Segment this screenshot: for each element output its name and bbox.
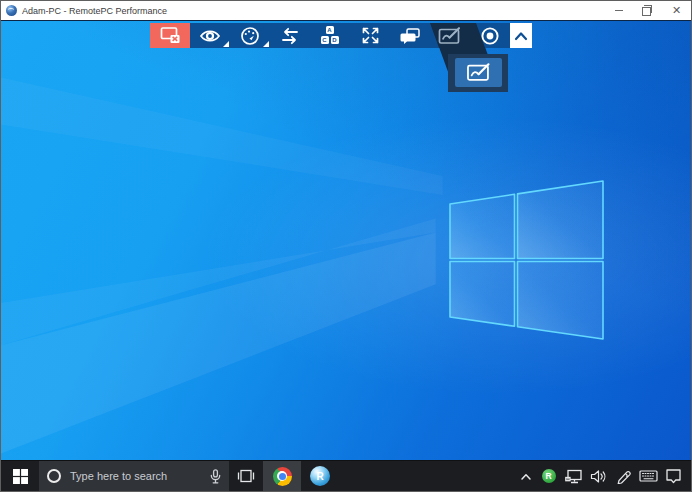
whiteboard-icon (438, 26, 462, 46)
taskbar-search-input[interactable]: Type here to search (39, 461, 229, 491)
volume-tray-icon[interactable] (586, 461, 611, 491)
session-toolbar: A C D (150, 23, 532, 48)
remote-taskbar: Type here to search (1, 460, 691, 491)
taskbar-app-remotepc[interactable]: R (301, 461, 339, 491)
restore-button[interactable] (633, 1, 662, 20)
task-view-button[interactable] (229, 461, 263, 491)
keyboard-icon (639, 469, 658, 483)
block-letter: A (326, 26, 334, 34)
cortana-icon (47, 469, 61, 483)
taskbar-app-chrome[interactable] (263, 461, 301, 491)
windows-start-icon (13, 469, 28, 484)
fullscreen-icon (361, 26, 380, 45)
whiteboard-pen-icon (466, 62, 492, 83)
chat-icon (400, 27, 421, 45)
search-placeholder: Type here to search (70, 470, 210, 482)
block-letter: D (331, 36, 339, 44)
chevron-up-icon (513, 30, 529, 42)
shortcut-blocks-icon: A C D (321, 26, 340, 45)
task-view-icon (237, 469, 255, 483)
remotepc-status-tray-icon[interactable]: R (536, 461, 561, 491)
remotepc-app-icon (6, 5, 17, 16)
close-button[interactable]: ✕ (662, 1, 691, 20)
windows-ink-tray-icon[interactable] (611, 461, 636, 491)
minimize-icon (615, 10, 623, 11)
whiteboard-button[interactable] (430, 23, 470, 48)
dropdown-caret-icon (223, 41, 229, 47)
record-icon (480, 26, 500, 46)
chevron-up-icon (520, 472, 532, 481)
action-center-button[interactable] (661, 461, 686, 491)
view-options-icon (199, 27, 221, 45)
record-button[interactable] (470, 23, 510, 48)
remotepc-icon: R (310, 466, 330, 486)
minimize-button[interactable] (604, 1, 633, 20)
volume-icon (590, 469, 607, 484)
chat-button[interactable] (390, 23, 430, 48)
microphone-icon[interactable] (210, 469, 221, 484)
titlebar: Adam-PC - RemotePC Performance ✕ (1, 1, 691, 20)
chrome-icon (273, 467, 292, 486)
remotepc-viewer-window: Adam-PC - RemotePC Performance ✕ (0, 0, 692, 492)
shortcut-blocks-button[interactable]: A C D (310, 23, 350, 48)
fullscreen-button[interactable] (350, 23, 390, 48)
touch-keyboard-tray-icon[interactable] (636, 461, 661, 491)
view-options-button[interactable] (190, 23, 230, 48)
dropdown-caret-icon (263, 41, 269, 47)
disconnect-session-button[interactable] (150, 23, 190, 48)
windows-logo-wallpaper (441, 172, 611, 347)
whiteboard-pen-tool-button[interactable] (455, 58, 502, 87)
disconnect-session-icon (160, 26, 181, 45)
system-tray: R (516, 461, 691, 491)
performance-icon (240, 26, 260, 46)
restore-icon (642, 7, 651, 16)
block-letter: C (321, 36, 329, 44)
remotepc-green-icon: R (542, 469, 556, 483)
close-icon: ✕ (672, 5, 681, 16)
file-transfer-icon (280, 27, 300, 45)
remote-desktop-viewport: A C D (1, 20, 691, 491)
performance-button[interactable] (230, 23, 270, 48)
show-hidden-icons-button[interactable] (516, 461, 536, 491)
network-icon (565, 469, 583, 484)
action-center-icon (665, 468, 682, 484)
network-tray-icon[interactable] (561, 461, 586, 491)
window-title: Adam-PC - RemotePC Performance (22, 6, 167, 16)
window-controls: ✕ (604, 1, 691, 20)
file-transfer-button[interactable] (270, 23, 310, 48)
collapse-toolbar-button[interactable] (510, 23, 532, 48)
start-button[interactable] (1, 461, 39, 491)
pen-icon (616, 468, 632, 484)
